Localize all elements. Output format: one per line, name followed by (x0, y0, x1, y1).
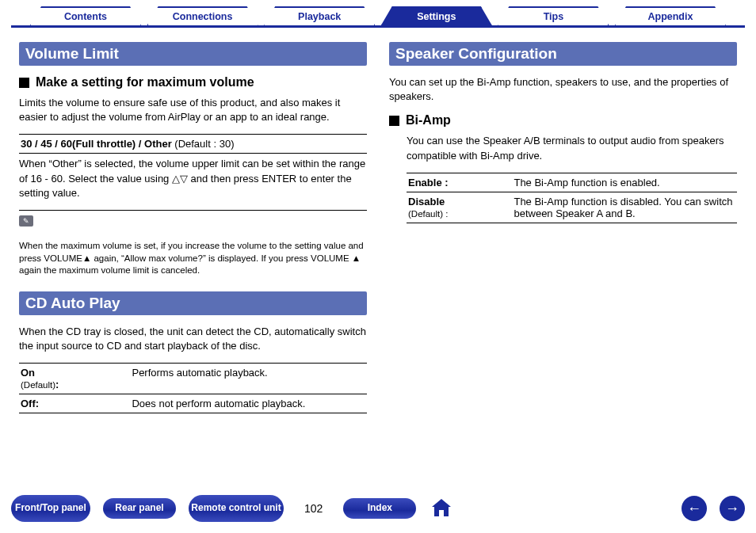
right-column: Speaker Configuration You can set up the… (389, 36, 737, 413)
option-key: Off: (21, 398, 39, 409)
section-title-cd-auto-play: CD Auto Play (19, 291, 367, 315)
volume-limit-intro: Limits the volume to ensure safe use of … (19, 96, 367, 124)
option-value: The Bi-Amp function is enabled. (512, 173, 737, 192)
subheading-max-volume: Make a setting for maximum volume (19, 75, 367, 89)
cd-auto-play-intro: When the CD tray is closed, the unit can… (19, 325, 367, 353)
option-key: Disable (408, 196, 445, 207)
option-default: (Default) : (408, 209, 449, 219)
page-number: 102 (296, 502, 330, 515)
pencil-note-icon: ✎ (19, 215, 33, 227)
index-button[interactable]: Index (343, 498, 416, 519)
subheading-text: Make a setting for maximum volume (36, 75, 254, 89)
bullet-square-icon (389, 116, 399, 126)
subheading-bi-amp: Bi-Amp (389, 113, 737, 128)
option-key: Enable : (408, 177, 449, 188)
front-top-panel-button[interactable]: Front/Top panel (11, 495, 90, 522)
option-value: Does not perform automatic playback. (130, 394, 367, 413)
table-row: Disable (Default) : The Bi-Amp function … (407, 192, 737, 223)
section-title-volume-limit: Volume Limit (19, 42, 367, 66)
options-default: (Default : 30) (172, 138, 235, 150)
left-column: Volume Limit Make a setting for maximum … (19, 36, 367, 413)
remote-control-button[interactable]: Remote control unit (189, 495, 284, 522)
tab-contents[interactable]: Contents (30, 6, 141, 25)
option-key: On (21, 367, 35, 379)
subheading-text: Bi-Amp (406, 113, 451, 128)
options-bold: 30 / 45 / 60(Full throttle) / Other (21, 138, 172, 150)
tab-connections[interactable]: Connections (147, 6, 258, 25)
table-row: Enable : The Bi-Amp function is enabled. (407, 173, 737, 192)
option-value: The Bi-Amp function is disabled. You can… (512, 192, 737, 223)
bullet-square-icon (19, 78, 29, 88)
footer: Front/Top panel Rear panel Remote contro… (11, 495, 745, 522)
tab-appendix[interactable]: Appendix (615, 6, 726, 25)
cd-auto-play-table: On (Default): Performs automatic playbac… (19, 363, 367, 413)
table-row: Off: Does not perform automatic playback… (19, 394, 367, 413)
rear-panel-button[interactable]: Rear panel (103, 498, 176, 519)
section-title-speaker-config: Speaker Configuration (389, 42, 737, 66)
nav-tabs: Contents Connections Playback Settings T… (11, 6, 745, 28)
tab-tips[interactable]: Tips (498, 6, 609, 25)
volume-limit-note: When the maximum volume is set, if you i… (19, 240, 367, 277)
tab-settings[interactable]: Settings (381, 6, 492, 25)
table-row: On (Default): Performs automatic playbac… (19, 364, 367, 394)
volume-limit-other-desc: When “Other” is selected, the volume upp… (19, 157, 367, 200)
option-value: Performs automatic playback. (130, 364, 367, 394)
volume-limit-options: 30 / 45 / 60(Full throttle) / Other (Def… (19, 135, 367, 153)
option-default: (Default) (21, 380, 55, 390)
speaker-config-intro: You can set up the Bi-Amp function, spea… (389, 75, 737, 104)
next-page-icon[interactable]: → (720, 496, 745, 521)
bi-amp-table: Enable : The Bi-Amp function is enabled.… (407, 173, 737, 223)
tab-playback[interactable]: Playback (264, 6, 375, 25)
bi-amp-intro: You can use the Speaker A/B terminals to… (407, 134, 737, 162)
home-icon[interactable] (429, 496, 454, 521)
prev-page-icon[interactable]: ← (682, 496, 707, 521)
